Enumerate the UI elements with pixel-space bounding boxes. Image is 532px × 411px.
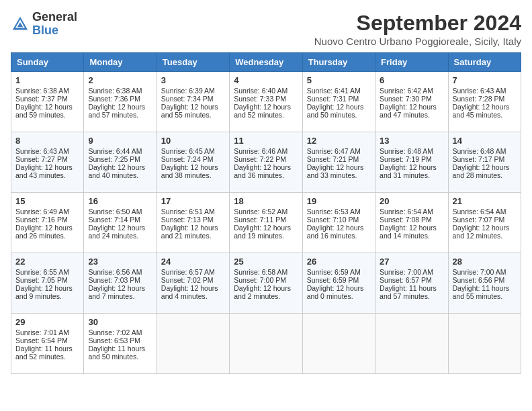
day-number: 13: [380, 136, 443, 146]
sunrise: Sunrise: 7:00 AM: [380, 268, 433, 276]
daylight: Daylight: 12 hours and 28 minutes.: [453, 163, 510, 179]
sunset: Sunset: 7:22 PM: [234, 155, 286, 163]
calendar-cell: [302, 314, 375, 374]
calendar-cell: 15 Sunrise: 6:49 AM Sunset: 7:16 PM Dayl…: [11, 193, 84, 253]
daylight: Daylight: 12 hours and 40 minutes.: [88, 163, 145, 179]
calendar-cell: 27 Sunrise: 7:00 AM Sunset: 6:57 PM Dayl…: [375, 253, 448, 314]
subtitle: Nuovo Centro Urbano Poggioreale, Sicily,…: [314, 36, 521, 47]
daylight: Daylight: 11 hours and 50 minutes.: [88, 345, 145, 361]
sunrise: Sunrise: 6:51 AM: [161, 208, 215, 216]
logo-text: General Blue: [32, 11, 77, 38]
sunset: Sunset: 7:17 PM: [453, 155, 505, 163]
sunset: Sunset: 7:34 PM: [161, 95, 214, 103]
sunrise: Sunrise: 6:52 AM: [234, 208, 287, 216]
day-number: 22: [15, 257, 79, 267]
sunrise: Sunrise: 6:59 AM: [307, 268, 361, 276]
sunset: Sunset: 7:00 PM: [234, 276, 286, 284]
daylight: Daylight: 12 hours and 57 minutes.: [88, 103, 145, 119]
sunrise: Sunrise: 6:57 AM: [161, 268, 215, 276]
calendar-cell: 11 Sunrise: 6:46 AM Sunset: 7:22 PM Dayl…: [230, 132, 302, 193]
sunset: Sunset: 7:31 PM: [307, 95, 359, 103]
day-number: 1: [15, 75, 79, 85]
sunrise: Sunrise: 6:47 AM: [307, 147, 361, 155]
day-number: 6: [380, 75, 443, 85]
daylight: Daylight: 12 hours and 36 minutes.: [234, 163, 291, 179]
col-thursday: Thursday: [302, 53, 375, 72]
calendar-cell: 8 Sunrise: 6:43 AM Sunset: 7:27 PM Dayli…: [11, 132, 84, 193]
daylight: Daylight: 12 hours and 50 minutes.: [307, 103, 364, 119]
day-number: 21: [453, 196, 517, 206]
day-number: 17: [161, 196, 225, 206]
title-section: September 2024 Nuovo Centro Urbano Poggi…: [314, 11, 521, 47]
day-number: 11: [234, 136, 298, 146]
daylight: Daylight: 12 hours and 47 minutes.: [380, 103, 437, 119]
sunset: Sunset: 7:10 PM: [307, 216, 359, 224]
day-number: 27: [380, 257, 443, 267]
calendar-cell: 20 Sunrise: 6:54 AM Sunset: 7:08 PM Dayl…: [375, 193, 448, 253]
calendar-cell: 19 Sunrise: 6:53 AM Sunset: 7:10 PM Dayl…: [302, 193, 375, 253]
col-sunday: Sunday: [11, 53, 84, 72]
sunset: Sunset: 6:53 PM: [88, 336, 140, 345]
calendar-cell: 23 Sunrise: 6:56 AM Sunset: 7:03 PM Dayl…: [84, 253, 157, 314]
sunset: Sunset: 7:03 PM: [88, 276, 140, 284]
day-number: 12: [307, 136, 371, 146]
sunset: Sunset: 7:37 PM: [15, 95, 68, 103]
sunrise: Sunrise: 6:48 AM: [453, 147, 506, 155]
sunset: Sunset: 7:36 PM: [88, 95, 140, 103]
sunset: Sunset: 7:07 PM: [453, 216, 505, 224]
day-number: 26: [307, 257, 371, 267]
day-number: 5: [307, 75, 371, 85]
day-number: 3: [161, 75, 225, 85]
sunrise: Sunrise: 7:01 AM: [15, 328, 69, 336]
sunset: Sunset: 7:25 PM: [88, 155, 140, 163]
calendar-cell: 22 Sunrise: 6:55 AM Sunset: 7:05 PM Dayl…: [11, 253, 84, 314]
day-number: 18: [234, 196, 298, 206]
week-row-1: 1 Sunrise: 6:38 AM Sunset: 7:37 PM Dayli…: [11, 72, 521, 132]
sunset: Sunset: 6:59 PM: [307, 276, 359, 284]
col-saturday: Saturday: [448, 53, 521, 72]
sunset: Sunset: 7:30 PM: [380, 95, 432, 103]
sunset: Sunset: 7:16 PM: [15, 216, 68, 224]
calendar-header-row: Sunday Monday Tuesday Wednesday Thursday…: [11, 53, 521, 72]
daylight: Daylight: 12 hours and 0 minutes.: [307, 284, 364, 300]
daylight: Daylight: 12 hours and 55 minutes.: [161, 103, 218, 119]
sunset: Sunset: 7:21 PM: [307, 155, 359, 163]
day-number: 28: [453, 257, 517, 267]
sunrise: Sunrise: 6:54 AM: [453, 208, 506, 216]
calendar-cell: 30 Sunrise: 7:02 AM Sunset: 6:53 PM Dayl…: [84, 314, 157, 374]
day-number: 15: [15, 196, 79, 206]
day-number: 23: [88, 257, 152, 267]
calendar-cell: 10 Sunrise: 6:45 AM Sunset: 7:24 PM Dayl…: [157, 132, 229, 193]
calendar-cell: 6 Sunrise: 6:42 AM Sunset: 7:30 PM Dayli…: [375, 72, 448, 132]
sunrise: Sunrise: 6:41 AM: [307, 87, 361, 95]
calendar-cell: 5 Sunrise: 6:41 AM Sunset: 7:31 PM Dayli…: [302, 72, 375, 132]
calendar-cell: 29 Sunrise: 7:01 AM Sunset: 6:54 PM Dayl…: [11, 314, 84, 374]
week-row-3: 15 Sunrise: 6:49 AM Sunset: 7:16 PM Dayl…: [11, 193, 521, 253]
sunset: Sunset: 7:33 PM: [234, 95, 286, 103]
calendar-cell: 28 Sunrise: 7:00 AM Sunset: 6:56 PM Dayl…: [448, 253, 521, 314]
calendar-cell: 26 Sunrise: 6:59 AM Sunset: 6:59 PM Dayl…: [302, 253, 375, 314]
daylight: Daylight: 12 hours and 12 minutes.: [453, 224, 510, 240]
week-row-5: 29 Sunrise: 7:01 AM Sunset: 6:54 PM Dayl…: [11, 314, 521, 374]
sunrise: Sunrise: 6:53 AM: [307, 208, 361, 216]
calendar-cell: 9 Sunrise: 6:44 AM Sunset: 7:25 PM Dayli…: [84, 132, 157, 193]
sunrise: Sunrise: 6:40 AM: [234, 87, 287, 95]
sunrise: Sunrise: 6:42 AM: [380, 87, 433, 95]
calendar-cell: 18 Sunrise: 6:52 AM Sunset: 7:11 PM Dayl…: [230, 193, 302, 253]
sunrise: Sunrise: 6:48 AM: [380, 147, 433, 155]
daylight: Daylight: 12 hours and 24 minutes.: [88, 224, 145, 240]
sunset: Sunset: 7:14 PM: [88, 216, 140, 224]
sunrise: Sunrise: 6:54 AM: [380, 208, 433, 216]
sunrise: Sunrise: 6:43 AM: [453, 87, 506, 95]
sunrise: Sunrise: 6:49 AM: [15, 208, 69, 216]
calendar-cell: 21 Sunrise: 6:54 AM Sunset: 7:07 PM Dayl…: [448, 193, 521, 253]
day-number: 10: [161, 136, 225, 146]
daylight: Daylight: 11 hours and 55 minutes.: [453, 284, 510, 300]
daylight: Daylight: 12 hours and 31 minutes.: [380, 163, 437, 179]
daylight: Daylight: 12 hours and 7 minutes.: [88, 284, 145, 300]
calendar-cell: 7 Sunrise: 6:43 AM Sunset: 7:28 PM Dayli…: [448, 72, 521, 132]
logo-general-text: General: [32, 11, 77, 24]
daylight: Daylight: 12 hours and 14 minutes.: [380, 224, 437, 240]
calendar-cell: 14 Sunrise: 6:48 AM Sunset: 7:17 PM Dayl…: [448, 132, 521, 193]
sunrise: Sunrise: 6:55 AM: [15, 268, 69, 276]
